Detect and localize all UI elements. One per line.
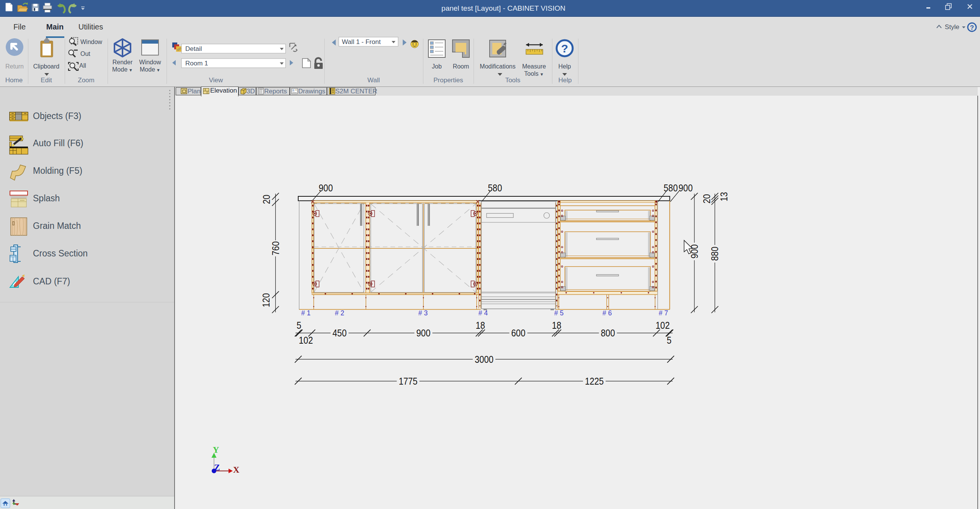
svg-text:20: 20 [701,194,712,204]
svg-text:102: 102 [299,334,313,346]
svg-text:Z: Z [214,463,220,472]
svg-text:580: 580 [664,182,678,194]
svg-text:# 3: # 3 [418,309,428,317]
svg-text:18: 18 [476,320,485,331]
svg-text:5: 5 [667,334,671,346]
svg-text:760: 760 [270,241,281,256]
svg-text:?: ? [970,24,974,31]
svg-text:580: 580 [488,182,502,194]
svg-text:# 5: # 5 [554,309,564,317]
svg-text:450: 450 [333,327,347,339]
svg-text:880: 880 [709,247,720,261]
svg-text:1775: 1775 [399,375,417,387]
svg-text:# 6: # 6 [603,309,612,317]
svg-text:13: 13 [718,192,730,202]
svg-text:800: 800 [601,327,615,339]
svg-text:18: 18 [552,320,562,331]
svg-text:5: 5 [297,320,301,331]
svg-text:?: ? [561,42,568,55]
svg-text:# 2: # 2 [335,309,344,317]
svg-text:X: X [233,465,240,475]
svg-text:900: 900 [319,182,333,194]
svg-text:# 7: # 7 [659,309,668,317]
svg-text:20: 20 [261,195,272,204]
svg-text:# 4: # 4 [479,309,488,317]
svg-text:# 1: # 1 [301,309,310,317]
svg-text:1225: 1225 [585,375,604,387]
svg-text:900: 900 [679,182,693,194]
svg-text:600: 600 [511,327,526,339]
svg-text:900: 900 [416,327,431,339]
svg-text:3000: 3000 [475,354,493,365]
svg-text:120: 120 [260,293,272,307]
svg-text:102: 102 [656,320,670,331]
svg-text:Y: Y [213,445,219,455]
